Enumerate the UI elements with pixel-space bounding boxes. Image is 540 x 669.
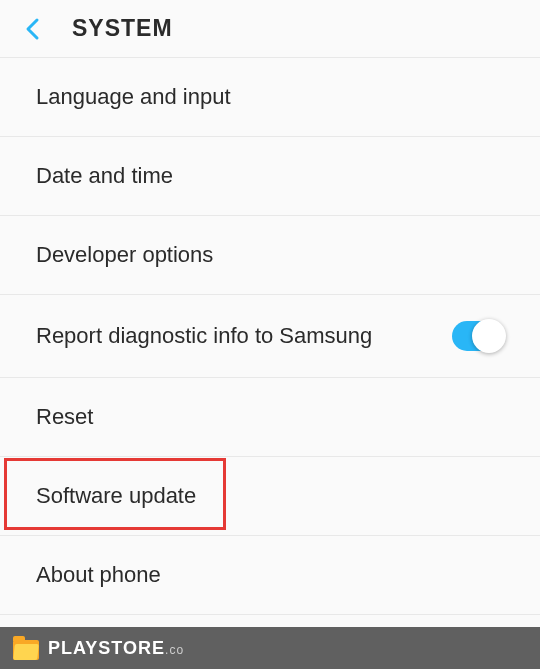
item-about-phone[interactable]: About phone [0,536,540,615]
item-developer-options[interactable]: Developer options [0,216,540,295]
page-title: SYSTEM [72,15,173,42]
footer-suffix: .co [165,643,184,657]
item-reset[interactable]: Reset [0,378,540,457]
item-software-update[interactable]: Software update [0,457,540,536]
footer-brand-text: PLAYSTORE [48,638,165,658]
item-label: Report diagnostic info to Samsung [36,323,372,349]
item-label: Software update [36,483,196,509]
item-language-and-input[interactable]: Language and input [0,58,540,137]
footer-brand: PLAYSTORE.co [48,638,184,659]
item-report-diagnostic[interactable]: Report diagnostic info to Samsung [0,295,540,378]
chevron-left-icon [24,17,40,41]
header: SYSTEM [0,0,540,58]
item-label: Reset [36,404,93,430]
toggle-diagnostic[interactable] [452,321,504,351]
item-label: Language and input [36,84,231,110]
item-date-and-time[interactable]: Date and time [0,137,540,216]
back-icon[interactable] [18,15,46,43]
footer-watermark: PLAYSTORE.co [0,627,540,669]
settings-list: Language and input Date and time Develop… [0,58,540,615]
folder-icon [12,634,40,662]
item-label: About phone [36,562,161,588]
toggle-knob [472,319,506,353]
item-label: Developer options [36,242,213,268]
item-label: Date and time [36,163,173,189]
